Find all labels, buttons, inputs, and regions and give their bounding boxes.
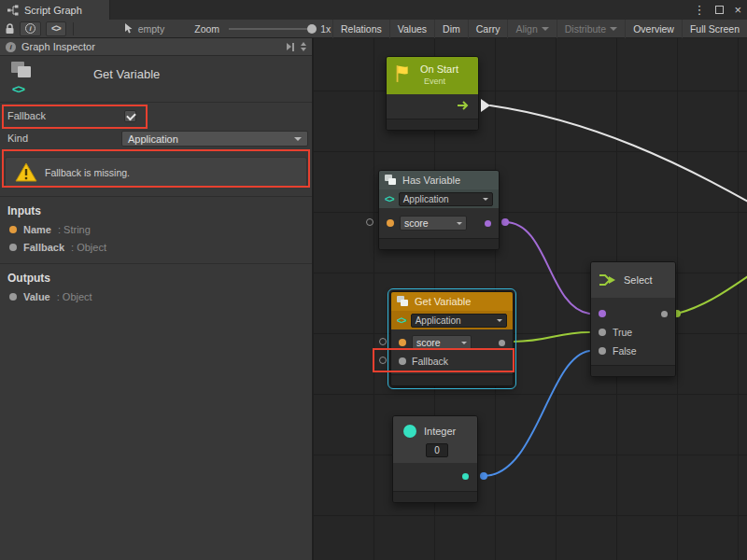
false-label: False — [613, 345, 637, 357]
info-toggle-button[interactable]: i — [20, 21, 41, 36]
warning-text: Fallback is missing. — [45, 167, 130, 178]
port-dot-purple[interactable] — [501, 218, 509, 226]
graph-canvas[interactable]: On Start Event Has Variable <> Applicati… — [313, 38, 747, 560]
fallback-label: Fallback — [412, 356, 448, 367]
chevron-down-icon — [542, 27, 549, 31]
graph-toolbar: i <> empty Zoom 1x Relations Values Dim … — [0, 20, 747, 38]
wire-onstart — [490, 105, 747, 202]
port-dot-gray — [9, 293, 17, 301]
kind-dropdown[interactable]: Application — [411, 314, 507, 328]
node-footer — [591, 365, 675, 376]
true-input-port[interactable] — [599, 329, 606, 336]
code-preview-button[interactable]: <> — [46, 21, 66, 36]
zoom-slider-track[interactable] — [229, 28, 315, 30]
align-button: Align — [507, 20, 556, 38]
chevron-down-icon — [294, 137, 302, 141]
node-title: Integer — [424, 426, 456, 437]
input-row-name: Name : String — [0, 219, 312, 237]
result-output-port[interactable] — [661, 311, 668, 317]
unconnected-port[interactable] — [379, 338, 387, 345]
node-select[interactable]: Select True False — [590, 261, 676, 377]
kind-field-row: Kind Application — [0, 131, 312, 147]
node-on-start[interactable]: On Start Event — [386, 56, 479, 131]
on-start-body — [387, 94, 478, 119]
bool-output-port[interactable] — [485, 220, 491, 227]
info-icon: i — [25, 23, 35, 34]
input-row-fallback: Fallback : Object — [0, 237, 312, 255]
code-icon: <> — [385, 194, 394, 204]
select-header: Select — [591, 262, 675, 298]
node-get-variable[interactable]: Get Variable <> Application score Fallba… — [390, 291, 514, 386]
integer-header: Integer 0 — [393, 416, 477, 463]
integer-icon — [403, 425, 416, 438]
condition-row — [591, 304, 675, 323]
chevron-down-icon — [461, 342, 467, 344]
wire-select-output — [677, 276, 747, 314]
name-input-port[interactable] — [399, 339, 406, 346]
overview-button[interactable]: Overview — [625, 20, 682, 38]
condition-input-port[interactable] — [599, 310, 606, 317]
variable-name-dropdown[interactable]: score — [412, 335, 472, 350]
variable-name-dropdown[interactable]: score — [400, 216, 467, 231]
node-subtitle: Event — [424, 77, 445, 86]
warning-icon — [15, 162, 37, 182]
cursor-icon — [123, 22, 134, 35]
get-variable-body: score Fallback — [391, 329, 513, 374]
node-footer — [391, 374, 513, 385]
inspected-node-header: <> Get Variable — [0, 56, 312, 103]
port-dot-blue[interactable] — [480, 472, 487, 480]
variables-icon — [11, 62, 34, 78]
zoom-value: 1x — [320, 23, 331, 35]
fallback-label: Fallback — [7, 110, 46, 121]
port-dot-orange — [9, 226, 17, 233]
maximize-icon[interactable] — [715, 6, 724, 14]
unconnected-port[interactable] — [366, 218, 374, 226]
flow-output-port[interactable] — [481, 99, 490, 112]
false-input-port[interactable] — [599, 347, 606, 355]
wire-getvariable-true — [514, 332, 589, 342]
outputs-header: Outputs — [0, 264, 312, 287]
kind-dropdown[interactable]: Application — [399, 192, 493, 206]
dim-button[interactable]: Dim — [434, 20, 468, 38]
select-icon — [599, 272, 617, 288]
window-menu-icon[interactable]: ⋮ — [693, 4, 705, 16]
node-title: Select — [624, 274, 653, 286]
unconnected-port[interactable] — [379, 357, 387, 364]
inspector-title: Graph Inspector — [21, 41, 95, 52]
get-variable-kind-row: <> Application — [391, 311, 513, 329]
graph-inspector-panel: i Graph Inspector <> Get Variable Fallba… — [0, 38, 313, 560]
node-integer[interactable]: Integer 0 — [392, 415, 478, 503]
carry-button[interactable]: Carry — [468, 20, 508, 38]
zoom-slider[interactable] — [229, 24, 315, 34]
true-row: True — [591, 323, 675, 342]
flag-icon — [394, 64, 409, 83]
relations-button[interactable]: Relations — [332, 20, 389, 38]
tab-script-graph[interactable]: Script Graph — [0, 0, 110, 20]
node-title: On Start — [420, 63, 458, 75]
integer-value-field[interactable]: 0 — [426, 443, 448, 457]
toolbar-separator — [73, 22, 74, 35]
fullscreen-button[interactable]: Full Screen — [682, 20, 747, 38]
value-output-port[interactable] — [499, 340, 505, 346]
name-input-port[interactable] — [387, 219, 394, 227]
lock-icon[interactable] — [5, 23, 15, 35]
scroll-arrows-icon[interactable] — [301, 42, 306, 51]
fallback-field-row: Fallback — [0, 108, 312, 125]
flow-arrow-icon — [456, 100, 471, 111]
tab-title: Script Graph — [24, 5, 82, 16]
inspected-node-title: Get Variable — [93, 67, 160, 81]
script-graph-icon — [7, 5, 19, 16]
dock-icon[interactable] — [287, 43, 294, 51]
kind-dropdown[interactable]: Application — [121, 131, 308, 147]
close-icon[interactable]: × — [734, 3, 741, 17]
node-has-variable[interactable]: Has Variable <> Application score — [378, 170, 500, 250]
fallback-checkbox[interactable] — [124, 110, 136, 122]
node-footer — [379, 238, 499, 249]
selection-status: empty — [138, 23, 165, 35]
values-button[interactable]: Values — [389, 20, 434, 38]
zoom-slider-thumb[interactable] — [307, 24, 317, 34]
fallback-input-port[interactable] — [399, 357, 406, 365]
value-output-port[interactable] — [462, 473, 469, 480]
toolbar-buttons: Relations Values Dim Carry Align Distrib… — [332, 20, 747, 38]
node-title: Get Variable — [415, 296, 471, 307]
